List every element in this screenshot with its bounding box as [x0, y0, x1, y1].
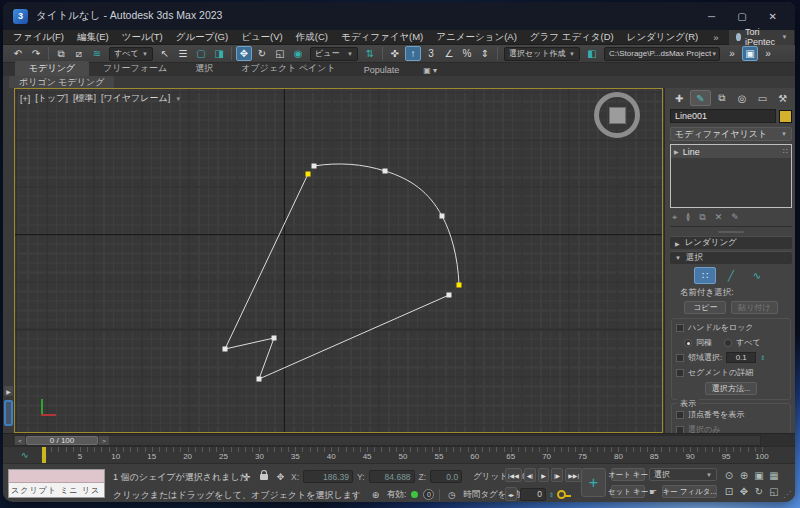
macro-recorder-row[interactable]: [9, 470, 104, 483]
pan-icon[interactable]: ✥: [737, 484, 751, 499]
zoom-icon[interactable]: ⊙: [722, 468, 736, 483]
set-key-mode-button[interactable]: セット キー: [611, 485, 645, 498]
pin-stack-icon[interactable]: ⌖: [672, 212, 677, 223]
stack-item-line[interactable]: ▶ Line ∷: [671, 145, 791, 158]
ribbon-more-icon[interactable]: ▣ ▾: [423, 66, 437, 76]
zoom-extents-all-icon[interactable]: ▦: [767, 468, 781, 483]
object-color-swatch[interactable]: [779, 110, 792, 123]
modify-tab[interactable]: ✎: [690, 90, 710, 106]
modifier-list-combo[interactable]: モディファイヤリスト ▼: [670, 127, 792, 141]
first-vertex-0[interactable]: [306, 172, 311, 177]
spinner-snap-icon[interactable]: ⇕: [477, 46, 493, 61]
spline-polyline[interactable]: [225, 174, 449, 379]
rollout-rendering[interactable]: ▶ レンダリング: [670, 236, 792, 249]
vertex-3[interactable]: [257, 377, 262, 382]
first-vertex-8[interactable]: [457, 283, 462, 288]
ribbon-tab-2[interactable]: 選択: [181, 61, 227, 76]
tab-polygon-modeling[interactable]: ポリゴン モデリング: [9, 76, 114, 88]
key-selection-set-combo[interactable]: 選択 ▼: [649, 468, 717, 481]
paste-button[interactable]: 貼り付け: [731, 301, 777, 314]
select-scale-icon[interactable]: ◱: [272, 46, 288, 61]
area-selection-field[interactable]: 0.1: [726, 352, 756, 363]
zoom-all-icon[interactable]: ⊕: [737, 468, 751, 483]
area-selection-checkbox[interactable]: [676, 354, 684, 362]
object-name-field[interactable]: Line001: [670, 109, 776, 123]
spline-subobject-button[interactable]: ∿: [746, 267, 768, 284]
mini-curve-editor-icon[interactable]: ∿: [21, 450, 29, 460]
project-folder-combo[interactable]: C:\Storage\P...dsMax Project▼: [604, 47, 720, 61]
vertex-5[interactable]: [312, 164, 317, 169]
selection-filter-combo[interactable]: すべて▼: [109, 47, 153, 61]
maximize-viewport-icon[interactable]: ◱: [767, 484, 781, 499]
go-to-end-button[interactable]: ▶▶|: [565, 468, 582, 482]
select-by-button[interactable]: 選択方法...: [705, 382, 758, 395]
listener-row[interactable]: スクリプト ミニ リス: [9, 483, 104, 497]
redo-icon[interactable]: ↷: [28, 46, 44, 61]
modifier-stack[interactable]: ▶ Line ∷: [670, 144, 792, 208]
track-bar[interactable]: ∿ 05101520253035404550556065707580859095…: [3, 446, 795, 463]
menu-item-7[interactable]: アニメーション(A): [436, 31, 517, 44]
selected-only-checkbox[interactable]: [676, 426, 684, 434]
lock-handles-checkbox[interactable]: [676, 324, 684, 332]
save-scene-icon[interactable]: ▣: [742, 46, 758, 61]
vertex-7[interactable]: [440, 214, 445, 219]
undo-icon[interactable]: ↶: [10, 46, 26, 61]
use-pivot-center-icon[interactable]: ⇅: [362, 46, 378, 61]
display-tab[interactable]: ▭: [753, 90, 771, 106]
named-selection-sets-combo[interactable]: 選択セット作成▼: [504, 47, 580, 61]
menu-item-6[interactable]: モディファイヤ(M): [341, 31, 423, 44]
remove-modifier-icon[interactable]: ✕: [715, 212, 723, 223]
snaps-toggle-icon[interactable]: 3: [423, 46, 439, 61]
resize-grip[interactable]: ⋰: [783, 490, 791, 499]
time-slider-track[interactable]: < 0 / 100 >: [13, 435, 761, 446]
notification-badge[interactable]: 0: [423, 489, 434, 500]
next-frame-button[interactable]: |▶: [551, 468, 563, 482]
menu-item-2[interactable]: ツール(T): [122, 31, 163, 44]
vertex-4[interactable]: [447, 293, 452, 298]
hierarchy-tab[interactable]: ⧉: [713, 90, 731, 106]
key-mode-icon[interactable]: [557, 490, 566, 499]
set-key-hand-icon[interactable]: ☛: [649, 487, 657, 497]
menu-item-8[interactable]: グラフ エディタ(D): [530, 31, 614, 44]
angle-snap-icon[interactable]: ∠: [441, 46, 457, 61]
mirror-icon[interactable]: ◧: [584, 46, 600, 61]
rectangular-region-icon[interactable]: ▢: [193, 46, 209, 61]
select-and-link-icon[interactable]: ⧉: [53, 46, 69, 61]
keyboard-override-icon[interactable]: ↑: [405, 46, 421, 61]
select-place-icon[interactable]: ◉: [290, 46, 306, 61]
time-slider-handle[interactable]: 0 / 100: [26, 436, 98, 445]
set-key-button[interactable]: +: [581, 468, 606, 497]
close-button[interactable]: ✕: [769, 11, 777, 22]
menu-item-5[interactable]: 作成(C): [296, 31, 328, 44]
vertex-1[interactable]: [223, 347, 228, 352]
ribbon-tab-1[interactable]: フリーフォーム: [89, 61, 181, 76]
segment-end-checkbox[interactable]: [676, 369, 684, 377]
frame-spinner-icon[interactable]: ⇕: [549, 491, 554, 498]
orbit-icon[interactable]: ↻: [752, 484, 766, 499]
all-radio[interactable]: [724, 339, 732, 347]
bind-to-space-warp-icon[interactable]: ≋: [89, 46, 105, 61]
toolbar-overflow2-icon[interactable]: »: [760, 46, 776, 61]
next-key-button[interactable]: >: [99, 436, 109, 445]
go-to-start-button[interactable]: |◀◀: [505, 468, 522, 482]
motion-tab[interactable]: ◎: [733, 90, 751, 106]
z-coordinate-field[interactable]: 0.0: [430, 470, 462, 483]
alike-radio[interactable]: [684, 339, 692, 347]
key-filters-button[interactable]: キー フィルタ...: [662, 485, 717, 498]
auto-key-button[interactable]: オート キー: [611, 468, 645, 481]
clock-icon[interactable]: ◷: [445, 488, 458, 501]
select-manipulate-icon[interactable]: ✜: [387, 46, 403, 61]
show-vertex-numbers-checkbox[interactable]: [676, 411, 684, 419]
previous-frame-button[interactable]: ◀|: [524, 468, 536, 482]
globe-icon[interactable]: ⊛: [369, 488, 382, 501]
select-move-icon[interactable]: ✥: [236, 46, 252, 61]
make-unique-icon[interactable]: ⧉: [699, 212, 705, 223]
user-account-button[interactable]: Tori iPentec ▼: [729, 30, 795, 45]
reference-coordinate-combo[interactable]: ビュー▼: [310, 47, 358, 61]
playhead[interactable]: [42, 447, 46, 463]
toolbar-overflow-icon[interactable]: »: [724, 46, 740, 61]
maximize-button[interactable]: ▢: [737, 11, 746, 22]
minimize-button[interactable]: ─: [708, 11, 715, 22]
menu-item-3[interactable]: グループ(G): [176, 31, 228, 44]
previous-key-button[interactable]: <: [15, 436, 25, 445]
